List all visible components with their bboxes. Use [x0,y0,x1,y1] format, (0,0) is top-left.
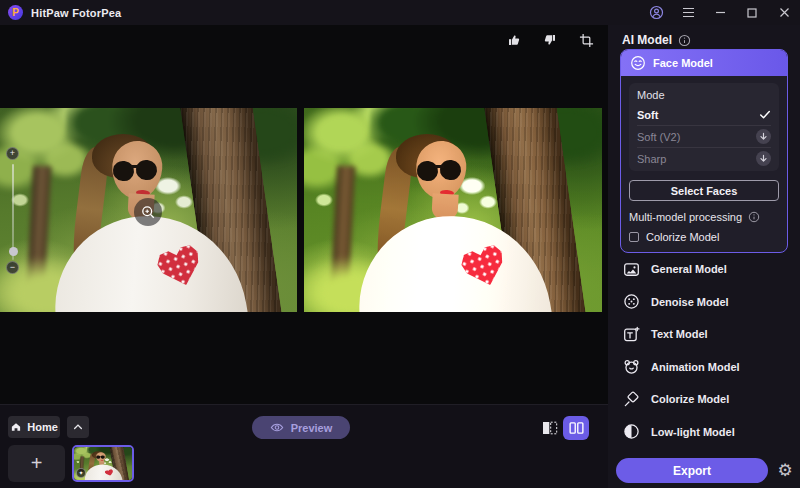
add-image-button[interactable]: + [8,445,65,482]
multi-model-label: Multi-model processing [629,211,742,223]
face-model-body: Mode Soft Soft (V2) [621,76,787,252]
model-item-label: Denoise Model [651,296,729,308]
image-thumbnail[interactable]: ✦ [72,445,134,482]
settings-gear-icon[interactable]: ⚙ [773,458,797,483]
model-item-label: Text Model [651,328,708,340]
face-model-title: Face Model [653,57,713,69]
zoom-in-icon[interactable] [134,198,162,226]
split-view-icon[interactable] [541,420,559,436]
info-icon[interactable] [748,211,760,223]
account-icon[interactable] [640,0,672,25]
zoom-slider: + − [6,147,20,277]
model-item-text[interactable]: Text Model [620,318,790,351]
text-icon [623,326,640,343]
photo-sunglasses [435,165,444,168]
download-icon[interactable] [756,129,771,144]
compare-canvas: + − [0,25,608,404]
ai-badge-icon: ✦ [76,468,86,478]
photo-sunglasses [131,165,140,168]
model-item-denoise[interactable]: Denoise Model [620,286,790,319]
zoom-in-button[interactable]: + [6,147,19,160]
mode-option-soft[interactable]: Soft [637,104,771,125]
mode-option-sharp[interactable]: Sharp [637,148,771,169]
model-list: General Model Denoise Model [620,253,790,448]
model-item-label: Low-light Model [651,426,735,438]
check-icon [759,109,771,120]
collapse-panel-button[interactable] [67,416,89,438]
mode-label: Mode [637,87,771,104]
colorize-icon [623,391,640,408]
title-bar: P HitPaw FotorPea [0,0,800,25]
select-faces-label: Select Faces [671,185,738,197]
zoom-out-button[interactable]: − [6,261,19,274]
window-controls [640,0,800,25]
mode-option-label: Soft (V2) [637,131,680,143]
model-item-general[interactable]: General Model [620,253,790,286]
model-item-animation[interactable]: Animation Model [620,351,790,384]
plus-icon: + [31,452,43,475]
ai-model-sidebar: AI Model Face Model Mode Soft [608,25,800,488]
thumbs-up-icon[interactable] [505,31,523,49]
sidebar-title: AI Model [622,33,672,47]
zoom-slider-handle[interactable] [9,247,18,256]
app-window: P HitPaw FotorPea [0,0,800,488]
download-icon[interactable] [756,151,771,166]
export-label: Export [673,464,711,478]
zoom-slider-track[interactable] [12,164,14,260]
maximize-icon[interactable] [736,0,768,25]
thumbs-down-icon[interactable] [541,31,559,49]
select-faces-button[interactable]: Select Faces [629,180,779,201]
mode-section: Mode Soft Soft (V2) [629,83,779,171]
colorize-checkbox-row[interactable]: Colorize Model [629,231,779,243]
app-logo-icon: P [8,5,23,20]
menu-icon[interactable] [672,0,704,25]
app-title: HitPaw FotorPea [31,7,121,19]
export-button[interactable]: Export [616,458,768,483]
home-label: Home [27,421,58,433]
face-model-panel: Face Model Mode Soft Soft (V2) [620,49,788,253]
before-image[interactable] [0,108,297,312]
animation-icon [623,358,640,375]
face-icon [630,55,646,71]
mode-option-label: Sharp [637,153,666,165]
low-light-icon [623,423,640,440]
canvas-toolbar [505,31,595,49]
model-item-label: Animation Model [651,361,740,373]
preview-label: Preview [291,422,333,434]
after-image[interactable] [304,108,602,312]
colorize-checkbox[interactable] [629,232,639,242]
model-item-low-light[interactable]: Low-light Model [620,416,790,449]
model-item-label: Colorize Model [651,393,729,405]
bottom-bar: Home + ✦ Preview [0,404,608,488]
home-button[interactable]: Home [8,416,60,438]
preview-button[interactable]: Preview [252,416,350,439]
face-model-header[interactable]: Face Model [621,50,787,76]
model-item-colorize[interactable]: Colorize Model [620,383,790,416]
crop-icon[interactable] [577,31,595,49]
sidebar-header: AI Model [622,33,691,47]
image-icon [623,261,640,278]
mode-option-soft-v2[interactable]: Soft (V2) [637,126,771,147]
minimize-icon[interactable] [704,0,736,25]
eye-icon [270,421,284,434]
multi-model-row: Multi-model processing [629,211,779,223]
model-item-label: General Model [651,263,727,275]
close-icon[interactable] [768,0,800,25]
side-by-side-icon[interactable] [563,416,589,440]
colorize-checkbox-label: Colorize Model [646,231,719,243]
denoise-icon [623,293,640,310]
mode-option-label: Soft [637,109,658,121]
info-icon[interactable] [678,34,691,47]
